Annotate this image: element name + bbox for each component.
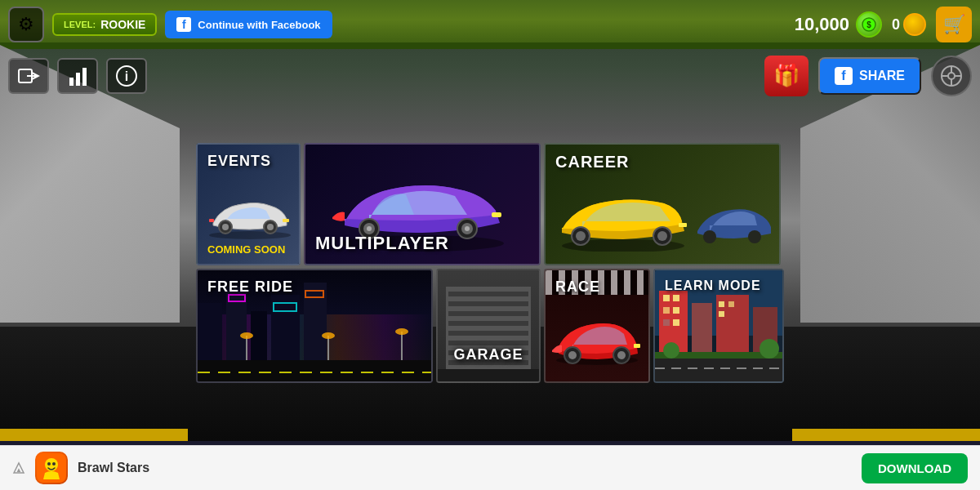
garage-door-frame bbox=[446, 287, 531, 381]
menu-row-2: FREE RIDE GARAGE bbox=[196, 269, 784, 383]
coins-amount: 10,000 bbox=[795, 14, 849, 35]
level-value: ROOKIE bbox=[100, 18, 145, 31]
exit-icon bbox=[17, 65, 40, 87]
race-car bbox=[552, 316, 642, 365]
race-label: RACE bbox=[555, 278, 600, 296]
download-button[interactable]: DOWNLOAD bbox=[862, 453, 968, 483]
stats-icon bbox=[66, 65, 89, 87]
coins-display: 10,000 $ bbox=[795, 11, 882, 38]
svg-rect-71 bbox=[673, 319, 679, 326]
svg-point-79 bbox=[760, 339, 779, 359]
svg-rect-60 bbox=[634, 344, 640, 348]
svg-text:i: i bbox=[125, 69, 128, 83]
gold-amount: 0 bbox=[892, 16, 900, 33]
svg-text:$: $ bbox=[866, 20, 871, 29]
gear-icon: ⚙ bbox=[18, 14, 34, 35]
garage-door bbox=[446, 287, 531, 381]
svg-point-19 bbox=[267, 224, 274, 230]
svg-rect-72 bbox=[719, 301, 724, 307]
freeride-tile[interactable]: FREE RIDE bbox=[196, 269, 433, 383]
stats-button[interactable] bbox=[57, 58, 98, 94]
gold-display: 0 bbox=[892, 13, 926, 36]
career-tile[interactable]: CAREER bbox=[544, 143, 781, 265]
events-car bbox=[205, 194, 295, 239]
svg-point-25 bbox=[367, 226, 372, 231]
second-bar-right: 🎁 f SHARE bbox=[764, 56, 972, 96]
career-label: CAREER bbox=[555, 153, 629, 172]
steering-wheel-icon bbox=[940, 65, 963, 87]
svg-point-57 bbox=[568, 351, 577, 359]
menu-row-1: EVENTS COMING SOON bbox=[196, 143, 784, 265]
menu-grid: EVENTS COMING SOON bbox=[196, 143, 784, 386]
facebook-connect-button[interactable]: f Continue with Facebook bbox=[165, 11, 332, 38]
freeride-label: FREE RIDE bbox=[207, 278, 293, 296]
second-bar: i 🎁 f SHARE bbox=[0, 53, 980, 98]
coming-soon-badge: COMING SOON bbox=[207, 243, 285, 256]
svg-rect-20 bbox=[283, 219, 289, 222]
share-label: SHARE bbox=[859, 69, 905, 83]
ad-triangle-icon: ▲ bbox=[12, 461, 25, 474]
multiplayer-tile[interactable]: MULTIPLAYER bbox=[304, 143, 541, 265]
share-button[interactable]: f SHARE bbox=[818, 57, 921, 95]
svg-point-33 bbox=[576, 231, 586, 241]
svg-rect-4 bbox=[69, 78, 74, 86]
floor-markers bbox=[0, 425, 980, 441]
svg-rect-47 bbox=[198, 360, 431, 381]
svg-point-28 bbox=[465, 226, 470, 231]
svg-rect-74 bbox=[719, 311, 724, 317]
brawl-stars-icon bbox=[37, 453, 66, 483]
svg-rect-68 bbox=[663, 307, 670, 314]
svg-rect-36 bbox=[679, 223, 687, 227]
svg-rect-5 bbox=[76, 73, 80, 86]
level-badge: LEVEL: ROOKIE bbox=[52, 13, 157, 36]
cart-icon: 🛒 bbox=[943, 14, 965, 35]
garage-tile[interactable]: GARAGE bbox=[436, 269, 541, 383]
svg-point-78 bbox=[663, 342, 679, 359]
gold-coin-icon bbox=[903, 13, 926, 36]
learnmode-tile[interactable]: LEARN MODE bbox=[653, 269, 784, 383]
coin-icon: $ bbox=[856, 11, 882, 38]
svg-point-38 bbox=[748, 230, 761, 243]
events-tile[interactable]: EVENTS COMING SOON bbox=[196, 143, 301, 265]
svg-point-50 bbox=[240, 332, 253, 339]
gift-icon: 🎁 bbox=[773, 63, 800, 88]
svg-point-54 bbox=[395, 328, 408, 335]
ad-indicator: ▲ bbox=[12, 461, 25, 474]
level-label: LEVEL: bbox=[64, 20, 96, 29]
cart-button[interactable]: 🛒 bbox=[936, 7, 972, 42]
facebook-button-label: Continue with Facebook bbox=[198, 19, 320, 31]
svg-rect-21 bbox=[209, 219, 214, 222]
career-secondary-car bbox=[693, 203, 775, 247]
learnmode-label: LEARN MODE bbox=[665, 278, 761, 293]
svg-point-10 bbox=[948, 73, 955, 79]
career-main-car bbox=[558, 190, 688, 252]
gift-button[interactable]: 🎁 bbox=[764, 56, 808, 96]
svg-rect-73 bbox=[728, 301, 734, 307]
svg-rect-6 bbox=[82, 68, 87, 86]
svg-point-52 bbox=[322, 332, 335, 339]
svg-point-59 bbox=[617, 351, 626, 359]
top-bar-right: 10,000 $ 0 🛒 bbox=[795, 7, 972, 42]
svg-rect-29 bbox=[492, 212, 501, 217]
steering-button[interactable] bbox=[931, 56, 972, 96]
info-icon: i bbox=[115, 65, 138, 87]
floor-marker-right bbox=[792, 429, 980, 441]
svg-rect-63 bbox=[692, 303, 712, 356]
svg-point-37 bbox=[703, 230, 716, 243]
svg-rect-70 bbox=[663, 319, 670, 326]
settings-button[interactable]: ⚙ bbox=[8, 7, 44, 42]
ad-bar: ▲ Brawl Stars DOWNLOAD bbox=[0, 445, 980, 490]
svg-rect-67 bbox=[673, 295, 679, 301]
ad-app-icon bbox=[35, 452, 68, 484]
svg-rect-66 bbox=[663, 295, 670, 301]
race-tile[interactable]: RACE bbox=[544, 269, 650, 383]
garage-floor bbox=[438, 369, 539, 381]
svg-point-84 bbox=[47, 462, 51, 466]
garage-label: GARAGE bbox=[453, 346, 523, 363]
floor-marker-left bbox=[0, 429, 188, 441]
share-facebook-icon: f bbox=[835, 67, 853, 85]
info-button[interactable]: i bbox=[106, 58, 147, 94]
svg-text:▲: ▲ bbox=[16, 466, 22, 474]
exit-button[interactable] bbox=[8, 58, 49, 94]
top-bar: ⚙ LEVEL: ROOKIE f Continue with Facebook… bbox=[0, 0, 980, 49]
